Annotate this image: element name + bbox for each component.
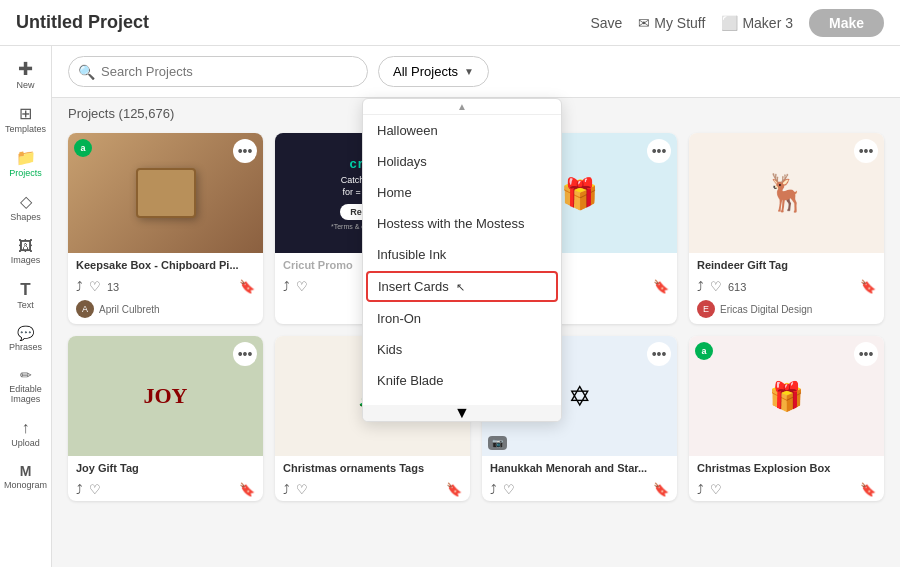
card-7-like-button[interactable]: ♡ bbox=[503, 482, 515, 497]
sidebar-label-templates: Templates bbox=[5, 124, 46, 134]
card-4-like-button[interactable]: ♡ bbox=[710, 279, 722, 294]
sidebar-item-new[interactable]: ✚ New bbox=[2, 54, 50, 96]
card-1-author-name: April Culbreth bbox=[99, 304, 160, 315]
card-5-image: JOY ••• bbox=[68, 336, 263, 456]
card-3-save-button[interactable]: 🔖 bbox=[653, 279, 669, 294]
cursor-icon: ↖ bbox=[456, 281, 465, 293]
dropdown-item-home[interactable]: Home bbox=[363, 177, 561, 208]
dropdown-item-hostess[interactable]: Hostess with the Mostess bbox=[363, 208, 561, 239]
machine-label: Maker 3 bbox=[742, 15, 793, 31]
card-8-title: Christmas Explosion Box bbox=[697, 462, 876, 474]
card-4-like-count: 613 bbox=[728, 281, 746, 293]
card-4-image: 🦌 ••• bbox=[689, 133, 884, 253]
card-1-more-button[interactable]: ••• bbox=[233, 139, 257, 163]
card-8-more-button[interactable]: ••• bbox=[854, 342, 878, 366]
card-5-share-button[interactable]: ⤴ bbox=[76, 482, 83, 497]
chevron-down-icon: ▼ bbox=[464, 66, 474, 77]
dropdown-scroll-down[interactable]: ▼ bbox=[363, 405, 561, 421]
card-1-image: a ••• bbox=[68, 133, 263, 253]
sidebar-item-monogram[interactable]: M Monogram bbox=[2, 458, 50, 496]
search-input-wrap: 🔍 bbox=[68, 56, 368, 87]
sidebar-item-images[interactable]: 🖼 Images bbox=[2, 232, 50, 271]
projects-icon: 📁 bbox=[16, 150, 36, 166]
card-4-share-button[interactable]: ⤴ bbox=[697, 279, 704, 294]
sidebar-label-upload: Upload bbox=[11, 438, 40, 448]
sidebar-item-shapes[interactable]: ◇ Shapes bbox=[2, 188, 50, 228]
card-4-more-button[interactable]: ••• bbox=[854, 139, 878, 163]
card-4[interactable]: 🦌 ••• Reindeer Gift Tag ⤴ ♡ 613 🔖 E bbox=[689, 133, 884, 324]
card-6-actions: ⤴ ♡ 🔖 bbox=[275, 478, 470, 501]
topbar: Untitled Project Save ✉ My Stuff ⬜ Maker… bbox=[0, 0, 900, 46]
card-4-actions: ⤴ ♡ 613 🔖 bbox=[689, 275, 884, 298]
card-6-save-button[interactable]: 🔖 bbox=[446, 482, 462, 497]
card-6-share-button[interactable]: ⤴ bbox=[283, 482, 290, 497]
filter-button[interactable]: All Projects ▼ bbox=[378, 56, 489, 87]
card-1-like-button[interactable]: ♡ bbox=[89, 279, 101, 294]
card-4-author-name: Ericas Digital Design bbox=[720, 304, 812, 315]
dropdown-menu[interactable]: ▲ Halloween Holidays Home Hostess with t… bbox=[362, 98, 562, 422]
sidebar-item-text[interactable]: T Text bbox=[2, 275, 50, 316]
sidebar-item-phrases[interactable]: 💬 Phrases bbox=[2, 320, 50, 358]
phrases-icon: 💬 bbox=[17, 326, 34, 340]
sidebar-item-upload[interactable]: ↑ Upload bbox=[2, 414, 50, 454]
sidebar-item-templates[interactable]: ⊞ Templates bbox=[2, 100, 50, 140]
card-7-share-button[interactable]: ⤴ bbox=[490, 482, 497, 497]
dropdown-item-kids[interactable]: Kids bbox=[363, 334, 561, 365]
machine-button[interactable]: ⬜ Maker 3 bbox=[721, 15, 793, 31]
card-5-body: Joy Gift Tag bbox=[68, 456, 263, 478]
dropdown-scrollable[interactable]: Halloween Holidays Home Hostess with the… bbox=[363, 115, 561, 405]
dropdown-item-iron-on[interactable]: Iron-On bbox=[363, 303, 561, 334]
filter-label: All Projects bbox=[393, 64, 458, 79]
new-icon: ✚ bbox=[18, 60, 33, 78]
dropdown-item-knife-blade[interactable]: Knife Blade bbox=[363, 365, 561, 396]
mystuff-button[interactable]: ✉ My Stuff bbox=[638, 15, 705, 31]
card-7-more-button[interactable]: ••• bbox=[647, 342, 671, 366]
sidebar-label-text: Text bbox=[17, 300, 34, 310]
images-icon: 🖼 bbox=[18, 238, 33, 253]
sidebar-label-phrases: Phrases bbox=[9, 342, 42, 352]
card-8-share-button[interactable]: ⤴ bbox=[697, 482, 704, 497]
card-7-save-button[interactable]: 🔖 bbox=[653, 482, 669, 497]
dropdown-item-insert-cards[interactable]: Insert Cards ↖ bbox=[366, 271, 558, 302]
sidebar-label-shapes: Shapes bbox=[10, 212, 41, 222]
dropdown-scroll-up[interactable]: ▲ bbox=[363, 99, 561, 115]
card-promo-like-button[interactable]: ♡ bbox=[296, 279, 308, 294]
card-8-save-button[interactable]: 🔖 bbox=[860, 482, 876, 497]
dropdown-item-holidays[interactable]: Holidays bbox=[363, 146, 561, 177]
monogram-icon: M bbox=[20, 464, 32, 478]
card-5-actions: ⤴ ♡ 🔖 bbox=[68, 478, 263, 501]
card-3-more-button[interactable]: ••• bbox=[647, 139, 671, 163]
card-8[interactable]: 🎁 a ••• Christmas Explosion Box ⤴ ♡ 🔖 bbox=[689, 336, 884, 501]
card-5-more-button[interactable]: ••• bbox=[233, 342, 257, 366]
dropdown-item-infusible-ink[interactable]: Infusible Ink bbox=[363, 239, 561, 270]
make-button[interactable]: Make bbox=[809, 9, 884, 37]
mystuff-label: My Stuff bbox=[654, 15, 705, 31]
save-button[interactable]: Save bbox=[590, 15, 622, 31]
card-5-save-button[interactable]: 🔖 bbox=[239, 482, 255, 497]
search-icon: 🔍 bbox=[78, 64, 95, 80]
card-7-body: Hanukkah Menorah and Star... bbox=[482, 456, 677, 478]
card-5[interactable]: JOY ••• Joy Gift Tag ⤴ ♡ 🔖 bbox=[68, 336, 263, 501]
card-1[interactable]: a ••• Keepsake Box - Chipboard Pi... ⤴ ♡… bbox=[68, 133, 263, 324]
card-1-avatar: A bbox=[76, 300, 94, 318]
upload-icon: ↑ bbox=[22, 420, 30, 436]
card-1-body: Keepsake Box - Chipboard Pi... bbox=[68, 253, 263, 275]
card-8-like-button[interactable]: ♡ bbox=[710, 482, 722, 497]
card-1-share-button[interactable]: ⤴ bbox=[76, 279, 83, 294]
shapes-icon: ◇ bbox=[20, 194, 32, 210]
topbar-actions: Save ✉ My Stuff ⬜ Maker 3 Make bbox=[590, 9, 884, 37]
card-6-like-button[interactable]: ♡ bbox=[296, 482, 308, 497]
card-1-actions: ⤴ ♡ 13 🔖 bbox=[68, 275, 263, 298]
search-input[interactable] bbox=[68, 56, 368, 87]
card-1-save-button[interactable]: 🔖 bbox=[239, 279, 255, 294]
card-4-author: E Ericas Digital Design bbox=[689, 298, 884, 324]
sidebar-item-projects[interactable]: 📁 Projects bbox=[2, 144, 50, 184]
dropdown-item-halloween[interactable]: Halloween bbox=[363, 115, 561, 146]
card-4-save-button[interactable]: 🔖 bbox=[860, 279, 876, 294]
card-5-like-button[interactable]: ♡ bbox=[89, 482, 101, 497]
search-bar: 🔍 All Projects ▼ bbox=[52, 46, 900, 98]
card-promo-share-button[interactable]: ⤴ bbox=[283, 279, 290, 294]
sidebar-item-editable-images[interactable]: ✏ Editable Images bbox=[2, 362, 50, 410]
card-4-body: Reindeer Gift Tag bbox=[689, 253, 884, 275]
card-4-title: Reindeer Gift Tag bbox=[697, 259, 876, 271]
